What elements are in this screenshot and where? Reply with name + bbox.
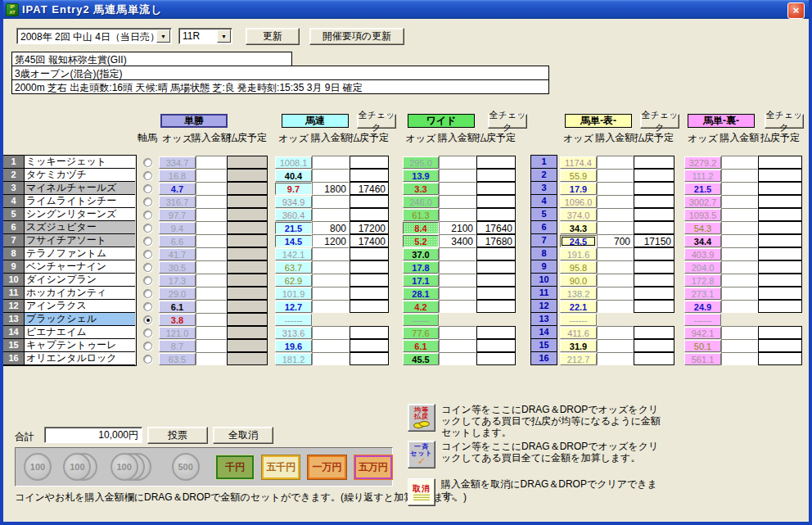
umatan-front-amount-cell[interactable] xyxy=(597,274,634,287)
umaren-odds[interactable]: 1008.1 xyxy=(275,156,312,169)
umatan-back-amount-cell[interactable] xyxy=(721,339,758,352)
chevron-down-icon[interactable]: ▼ xyxy=(217,29,231,43)
total-amount-input[interactable] xyxy=(44,427,142,443)
umatan-front-odds[interactable]: ------ xyxy=(560,314,597,326)
umatan-back-odds[interactable]: 3279.2 xyxy=(684,156,721,169)
wide-odds[interactable]: 6.1 xyxy=(403,340,439,352)
umatan-back-amount-cell[interactable] xyxy=(721,169,758,182)
tansho-odds[interactable]: 17.3 xyxy=(159,274,196,287)
axis-radio[interactable] xyxy=(140,169,155,182)
umatan-back-odds[interactable]: 1093.5 xyxy=(684,209,721,221)
umatan-front-odds[interactable]: 411.6 xyxy=(560,327,597,339)
axis-radio[interactable] xyxy=(140,182,155,195)
clear-all-button[interactable]: 全取消 xyxy=(213,427,273,444)
umatan-back-odds[interactable]: 3002.7 xyxy=(684,196,721,208)
umaren-odds[interactable]: 40.4 xyxy=(275,170,312,182)
wide-amount-cell[interactable] xyxy=(439,182,476,195)
umatan-front-odds[interactable]: 34.3 xyxy=(560,222,597,234)
bill-5000-yen[interactable]: 五千円 xyxy=(262,455,300,479)
axis-radio[interactable] xyxy=(140,195,155,208)
umatan-back-amount-cell[interactable] xyxy=(721,156,758,169)
wide-odds[interactable]: 4.2 xyxy=(403,301,439,313)
bill-50000-yen[interactable]: 五万円 xyxy=(354,455,392,479)
umatan-back-amount-cell[interactable] xyxy=(721,195,758,208)
coin-100[interactable]: 100 xyxy=(24,453,52,481)
umaren-amount-cell[interactable] xyxy=(312,300,350,313)
umaren-amount-cell[interactable] xyxy=(312,156,350,169)
umaren-amount-cell[interactable] xyxy=(312,260,350,274)
wide-amount-cell[interactable]: 2100 xyxy=(439,221,476,234)
wide-amount-cell[interactable]: 3400 xyxy=(439,234,476,247)
meeting-select[interactable]: 2008年 2回 中山 4日（当日売） ▼ xyxy=(16,28,172,44)
tansho-amount-cell[interactable] xyxy=(196,352,227,365)
umatan-front-amount-cell[interactable] xyxy=(597,208,634,221)
umaren-amount-cell[interactable] xyxy=(312,287,350,300)
wide-amount-cell[interactable] xyxy=(439,339,476,352)
wide-amount-cell[interactable] xyxy=(439,156,476,169)
umatan-back-odds[interactable]: 273.1 xyxy=(684,287,721,300)
umatan-back-amount-cell[interactable] xyxy=(721,300,758,313)
umatan-front-odds[interactable]: 17.9 xyxy=(560,183,597,195)
umatan-back-amount-cell[interactable] xyxy=(721,260,758,274)
umatan-front-amount-cell[interactable]: 700 xyxy=(597,234,634,247)
umaren-amount-cell[interactable] xyxy=(312,274,350,287)
tansho-odds[interactable]: 9.4 xyxy=(159,222,196,234)
umaren-amount-cell[interactable] xyxy=(312,339,350,352)
tansho-amount-cell[interactable] xyxy=(196,221,227,234)
umatan-front-odds[interactable]: 212.7 xyxy=(560,353,597,365)
umatan-front-amount-cell[interactable] xyxy=(597,221,634,234)
tansho-amount-cell[interactable] xyxy=(196,260,227,274)
tansho-odds[interactable]: 16.8 xyxy=(159,170,196,182)
wide-odds[interactable]: 45.5 xyxy=(403,353,439,365)
umatan-front-amount-cell[interactable] xyxy=(597,156,634,169)
umatan-back-odds[interactable]: 34.4 xyxy=(684,235,721,247)
umaren-amount-cell[interactable] xyxy=(312,208,350,221)
tansho-amount-cell[interactable] xyxy=(196,182,227,195)
wide-odds[interactable]: 295.0 xyxy=(403,156,439,169)
tansho-amount-cell[interactable] xyxy=(196,300,227,313)
umatan-front-odds[interactable]: 1096.0 xyxy=(560,196,597,208)
tansho-odds[interactable]: 6.1 xyxy=(159,301,196,313)
wide-amount-cell[interactable] xyxy=(439,300,476,313)
axis-radio[interactable] xyxy=(140,326,155,339)
umatan-back-amount-cell[interactable] xyxy=(721,221,758,234)
tansho-odds[interactable]: 41.7 xyxy=(159,248,196,260)
umaren-amount-cell[interactable]: 1800 xyxy=(312,182,350,195)
wide-odds[interactable]: 61.3 xyxy=(403,209,439,221)
tansho-odds[interactable]: 6.6 xyxy=(159,235,196,247)
umatan-back-amount-cell[interactable] xyxy=(721,326,758,339)
umaren-odds[interactable]: 142.1 xyxy=(275,248,312,260)
axis-radio[interactable] xyxy=(140,339,155,352)
tansho-odds[interactable]: 334.7 xyxy=(159,156,196,169)
axis-radio[interactable] xyxy=(140,234,155,247)
umaren-odds[interactable]: 313.6 xyxy=(275,327,312,339)
axis-radio[interactable] xyxy=(140,156,155,169)
umatan-front-amount-cell[interactable] xyxy=(597,247,634,260)
check-all-umatan-front-button[interactable]: 全チェック xyxy=(640,114,679,129)
umaren-odds[interactable]: 934.9 xyxy=(275,196,312,208)
umatan-front-odds[interactable]: 55.9 xyxy=(560,170,597,182)
umaren-odds[interactable]: 19.6 xyxy=(275,340,312,352)
umaren-amount-cell[interactable] xyxy=(312,326,350,339)
umatan-back-amount-cell[interactable] xyxy=(721,274,758,287)
bill-10000-yen[interactable]: 一万円 xyxy=(308,455,345,479)
umatan-back-odds[interactable]: 204.0 xyxy=(684,261,721,274)
umaren-odds[interactable]: 181.2 xyxy=(275,353,312,365)
equal-payout-drop-icon[interactable]: 均等 払戻 xyxy=(408,404,435,432)
axis-radio[interactable] xyxy=(140,221,155,234)
axis-radio[interactable] xyxy=(140,287,155,300)
umaren-amount-cell[interactable] xyxy=(312,247,350,260)
umaren-amount-cell[interactable]: 1200 xyxy=(312,234,350,247)
umatan-back-amount-cell[interactable] xyxy=(721,287,758,300)
umatan-front-odds[interactable]: 191.6 xyxy=(560,248,597,260)
chevron-down-icon[interactable]: ▼ xyxy=(156,29,170,43)
umaren-odds[interactable]: 21.5 xyxy=(275,222,312,234)
wide-odds[interactable]: 13.9 xyxy=(403,170,439,182)
tansho-odds[interactable]: 316.7 xyxy=(159,196,196,208)
wide-odds[interactable]: 246.0 xyxy=(403,196,439,208)
update-button[interactable]: 更新 xyxy=(246,28,300,45)
umatan-front-odds[interactable]: 374.0 xyxy=(560,209,597,221)
wide-odds[interactable]: 17.8 xyxy=(403,261,439,274)
wide-amount-cell[interactable] xyxy=(439,260,476,274)
axis-radio[interactable] xyxy=(140,300,155,313)
